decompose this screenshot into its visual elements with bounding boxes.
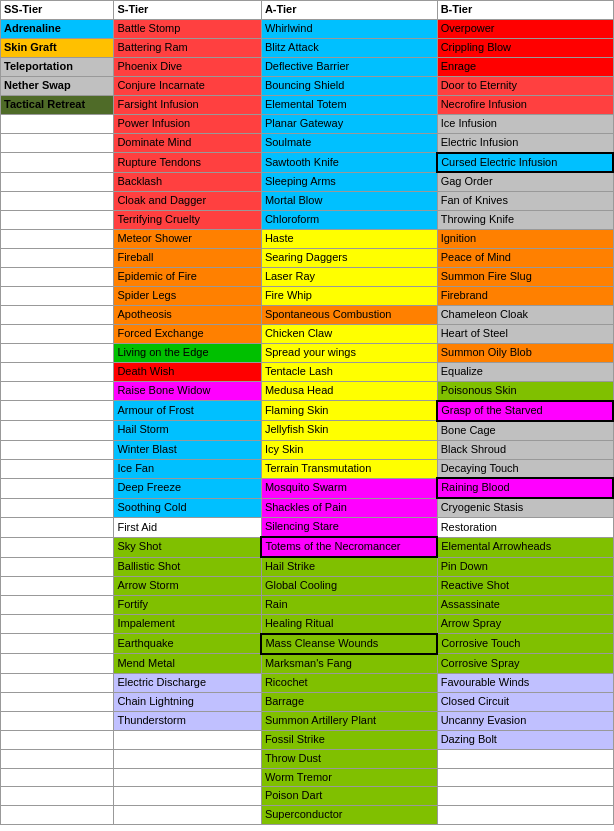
b-cell: Pin Down — [437, 557, 613, 576]
b-cell: Arrow Spray — [437, 615, 613, 634]
b-cell: Poisonous Skin — [437, 381, 613, 400]
b-cell: Necrofire Infusion — [437, 95, 613, 114]
ss-cell-empty — [1, 324, 114, 343]
s-cell: Sky Shot — [114, 537, 261, 557]
b-cell: Closed Circuit — [437, 692, 613, 711]
a-cell: Ricochet — [261, 673, 437, 692]
a-cell: Summon Artillery Plant — [261, 711, 437, 730]
s-cell: Electric Discharge — [114, 673, 261, 692]
ss-cell-empty — [1, 634, 114, 654]
a-cell: Barrage — [261, 692, 437, 711]
ss-cell-empty — [1, 440, 114, 459]
s-cell: Power Infusion — [114, 114, 261, 133]
b-cell — [437, 749, 613, 768]
a-cell: Medusa Head — [261, 381, 437, 400]
s-cell: Phoenix Dive — [114, 57, 261, 76]
b-cell: Ignition — [437, 230, 613, 249]
ss-cell-empty — [1, 401, 114, 421]
b-cell: Black Shroud — [437, 440, 613, 459]
a-cell: Mosquito Swarm — [261, 478, 437, 498]
header-a: A-Tier — [261, 1, 437, 20]
b-cell: Door to Eternity — [437, 76, 613, 95]
ss-cell-empty — [1, 172, 114, 191]
b-cell: Chameleon Cloak — [437, 306, 613, 325]
a-cell: Tentacle Lash — [261, 362, 437, 381]
s-cell: Epidemic of Fire — [114, 268, 261, 287]
s-cell: Spider Legs — [114, 287, 261, 306]
s-cell: Living on the Edge — [114, 343, 261, 362]
b-cell: Grasp of the Starved — [437, 401, 613, 421]
s-cell: Ballistic Shot — [114, 557, 261, 576]
a-cell: Healing Ritual — [261, 615, 437, 634]
s-cell — [114, 787, 261, 806]
s-cell: Earthquake — [114, 634, 261, 654]
header-b: B-Tier — [437, 1, 613, 20]
a-cell: Terrain Transmutation — [261, 459, 437, 478]
ss-cell-empty — [1, 421, 114, 440]
s-cell: Thunderstorm — [114, 711, 261, 730]
ss-cell-empty — [1, 711, 114, 730]
ss-cell-empty — [1, 577, 114, 596]
ss-cell-empty — [1, 673, 114, 692]
s-cell: Battering Ram — [114, 38, 261, 57]
b-cell: Raining Blood — [437, 478, 613, 498]
b-cell: Restoration — [437, 518, 613, 537]
s-cell: Forced Exchange — [114, 324, 261, 343]
a-cell: Searing Daggers — [261, 249, 437, 268]
b-cell: Bone Cage — [437, 421, 613, 440]
b-cell: Favourable Winds — [437, 673, 613, 692]
a-cell: Planar Gateway — [261, 114, 437, 133]
ss-cell: Tactical Retreat — [1, 95, 114, 114]
ss-cell-empty — [1, 343, 114, 362]
a-cell: Poison Dart — [261, 787, 437, 806]
b-cell: Crippling Blow — [437, 38, 613, 57]
a-cell: Deflective Barrier — [261, 57, 437, 76]
tier-list-table: SS-Tier S-Tier A-Tier B-Tier AdrenalineB… — [0, 0, 614, 825]
b-cell: Elemental Arrowheads — [437, 537, 613, 557]
ss-cell: Adrenaline — [1, 19, 114, 38]
header-s: S-Tier — [114, 1, 261, 20]
ss-cell-empty — [1, 654, 114, 673]
b-cell: Decaying Touch — [437, 459, 613, 478]
s-cell: Deep Freeze — [114, 478, 261, 498]
ss-cell-empty — [1, 153, 114, 173]
ss-cell: Skin Graft — [1, 38, 114, 57]
a-cell: Spontaneous Combustion — [261, 306, 437, 325]
s-cell: Farsight Infusion — [114, 95, 261, 114]
s-cell: Mend Metal — [114, 654, 261, 673]
b-cell — [437, 787, 613, 806]
s-cell: Death Wish — [114, 362, 261, 381]
ss-cell-empty — [1, 211, 114, 230]
a-cell: Sleeping Arms — [261, 172, 437, 191]
header-ss: SS-Tier — [1, 1, 114, 20]
a-cell: Icy Skin — [261, 440, 437, 459]
s-cell — [114, 749, 261, 768]
ss-cell-empty — [1, 306, 114, 325]
s-cell: Cloak and Dagger — [114, 192, 261, 211]
b-cell: Peace of Mind — [437, 249, 613, 268]
a-cell: Laser Ray — [261, 268, 437, 287]
ss-cell-empty — [1, 692, 114, 711]
ss-cell-empty — [1, 787, 114, 806]
ss-cell-empty — [1, 249, 114, 268]
a-cell: Chicken Claw — [261, 324, 437, 343]
ss-cell-empty — [1, 268, 114, 287]
ss-cell-empty — [1, 518, 114, 537]
s-cell: Fireball — [114, 249, 261, 268]
s-cell: First Aid — [114, 518, 261, 537]
a-cell: Totems of the Necromancer — [261, 537, 437, 557]
ss-cell-empty — [1, 478, 114, 498]
a-cell: Whirlwind — [261, 19, 437, 38]
ss-cell-empty — [1, 192, 114, 211]
b-cell — [437, 806, 613, 825]
s-cell: Rupture Tendons — [114, 153, 261, 173]
ss-cell-empty — [1, 498, 114, 517]
ss-cell-empty — [1, 362, 114, 381]
ss-cell-empty — [1, 730, 114, 749]
s-cell: Chain Lightning — [114, 692, 261, 711]
b-cell: Dazing Bolt — [437, 730, 613, 749]
b-cell: Equalize — [437, 362, 613, 381]
a-cell: Marksman's Fang — [261, 654, 437, 673]
a-cell: Chloroform — [261, 211, 437, 230]
s-cell: Impalement — [114, 615, 261, 634]
